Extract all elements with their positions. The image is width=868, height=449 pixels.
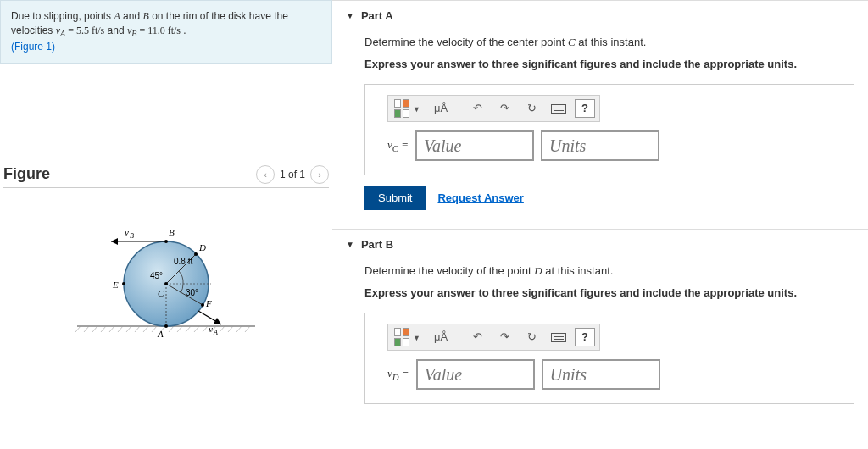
part-a-section: ▼ Part A Determine the velocity of the c… bbox=[332, 0, 868, 219]
svg-point-32 bbox=[164, 324, 168, 328]
svg-line-1 bbox=[75, 326, 81, 332]
text: and bbox=[104, 25, 127, 36]
reset-button[interactable]: ↻ bbox=[520, 98, 542, 119]
undo-button[interactable]: ↶ bbox=[466, 98, 488, 119]
separator bbox=[459, 100, 459, 117]
text: at this instant. bbox=[542, 264, 614, 277]
svg-line-3 bbox=[92, 326, 97, 332]
svg-line-10 bbox=[152, 326, 157, 332]
var: C bbox=[568, 36, 576, 48]
svg-text:E: E bbox=[112, 280, 119, 290]
svg-text:0.8 ft: 0.8 ft bbox=[174, 257, 192, 266]
part-a-header[interactable]: ▼ Part A bbox=[346, 9, 854, 22]
part-b-toolbar: ▼ μÅ ↶ ↷ ↻ ? bbox=[387, 324, 600, 351]
text: Determine the velocity of the point bbox=[364, 264, 534, 277]
part-a-answer-box: ▼ μÅ ↶ ↷ ↻ ? vC = bbox=[364, 84, 854, 175]
svg-point-30 bbox=[194, 252, 198, 256]
part-b-title: Part B bbox=[361, 238, 393, 251]
svg-line-2 bbox=[84, 326, 89, 332]
text: Determine the velocity of the center poi… bbox=[364, 36, 568, 48]
part-b-prompt: Determine the velocity of the point D at… bbox=[364, 263, 854, 280]
undo-button[interactable]: ↶ bbox=[466, 327, 488, 347]
svg-text:C: C bbox=[158, 288, 164, 298]
svg-point-31 bbox=[201, 303, 204, 307]
collapse-icon: ▼ bbox=[346, 11, 354, 20]
text: Due to slipping, points bbox=[11, 10, 114, 22]
svg-text:30°: 30° bbox=[186, 288, 198, 297]
svg-line-4 bbox=[101, 326, 106, 332]
vd-label: vD = bbox=[387, 365, 409, 384]
vc-label: vC = bbox=[387, 136, 409, 155]
svg-line-7 bbox=[126, 326, 131, 332]
units-input[interactable] bbox=[542, 359, 660, 390]
svg-line-18 bbox=[220, 326, 225, 332]
svg-line-19 bbox=[228, 326, 233, 332]
keyboard-button[interactable] bbox=[548, 327, 570, 347]
part-a-prompt: Determine the velocity of the center poi… bbox=[364, 34, 854, 51]
svg-point-29 bbox=[122, 282, 125, 285]
part-a-toolbar: ▼ μÅ ↶ ↷ ↻ ? bbox=[387, 95, 600, 122]
redo-button[interactable]: ↷ bbox=[493, 327, 515, 347]
keyboard-button[interactable] bbox=[548, 98, 570, 119]
figure-link[interactable]: (Figure 1) bbox=[11, 41, 55, 53]
svg-line-14 bbox=[186, 326, 191, 332]
text: . bbox=[181, 25, 186, 36]
help-button[interactable]: ? bbox=[575, 99, 595, 118]
templates-button[interactable]: ▼ bbox=[392, 327, 425, 347]
svg-text:D: D bbox=[198, 242, 206, 252]
collapse-icon: ▼ bbox=[346, 240, 354, 249]
var: A bbox=[114, 10, 120, 22]
svg-text:F: F bbox=[205, 298, 212, 308]
figure-title: Figure bbox=[3, 165, 50, 183]
part-b-section: ▼ Part B Determine the velocity of the p… bbox=[332, 229, 868, 423]
reset-button[interactable]: ↻ bbox=[520, 327, 542, 347]
svg-line-12 bbox=[169, 326, 174, 332]
svg-line-5 bbox=[109, 326, 114, 332]
mu-angstrom-button[interactable]: μÅ bbox=[430, 327, 452, 347]
redo-button[interactable]: ↷ bbox=[493, 98, 515, 119]
svg-marker-34 bbox=[111, 238, 118, 245]
svg-text:45°: 45° bbox=[150, 271, 163, 280]
part-b-header[interactable]: ▼ Part B bbox=[346, 238, 854, 251]
mu-angstrom-button[interactable]: μÅ bbox=[430, 98, 452, 119]
part-b-instruction: Express your answer to three significant… bbox=[364, 285, 854, 302]
svg-line-8 bbox=[135, 326, 140, 332]
templates-button[interactable]: ▼ bbox=[392, 98, 425, 119]
svg-text:v: v bbox=[209, 324, 213, 334]
svg-line-6 bbox=[118, 326, 123, 332]
value-input[interactable] bbox=[415, 130, 534, 161]
var: B bbox=[142, 10, 148, 22]
svg-line-13 bbox=[177, 326, 182, 332]
submit-button[interactable]: Submit bbox=[364, 186, 426, 210]
next-figure-button[interactable]: › bbox=[310, 165, 329, 184]
request-answer-link[interactable]: Request Answer bbox=[437, 190, 523, 207]
svg-line-16 bbox=[203, 326, 208, 332]
problem-statement: Due to slipping, points A and B on the r… bbox=[0, 0, 332, 64]
var: D bbox=[534, 264, 542, 277]
part-a-instruction: Express your answer to three significant… bbox=[364, 56, 854, 73]
help-button[interactable]: ? bbox=[575, 328, 595, 346]
value-input[interactable] bbox=[416, 359, 535, 390]
svg-line-21 bbox=[245, 326, 250, 332]
figure-panel: Figure ‹ 1 of 1 › bbox=[0, 165, 332, 364]
units-input[interactable] bbox=[541, 130, 659, 161]
svg-text:B: B bbox=[130, 232, 134, 240]
text: and bbox=[120, 10, 143, 22]
prev-figure-button[interactable]: ‹ bbox=[256, 165, 275, 184]
part-b-answer-box: ▼ μÅ ↶ ↷ ↻ ? vD = bbox=[364, 313, 854, 404]
figure-image: vB B D 0.8 ft 45° E C 30° F A vA bbox=[3, 195, 329, 364]
svg-point-27 bbox=[164, 282, 168, 285]
svg-text:A: A bbox=[157, 329, 164, 339]
figure-counter: 1 of 1 bbox=[280, 169, 305, 180]
svg-text:v: v bbox=[125, 227, 129, 237]
svg-text:B: B bbox=[169, 227, 175, 237]
part-a-title: Part A bbox=[361, 9, 393, 22]
svg-line-15 bbox=[194, 326, 199, 332]
text: at this instant. bbox=[576, 36, 647, 48]
svg-text:A: A bbox=[213, 329, 218, 336]
svg-line-9 bbox=[143, 326, 148, 332]
svg-line-20 bbox=[236, 326, 242, 332]
separator bbox=[459, 329, 459, 346]
